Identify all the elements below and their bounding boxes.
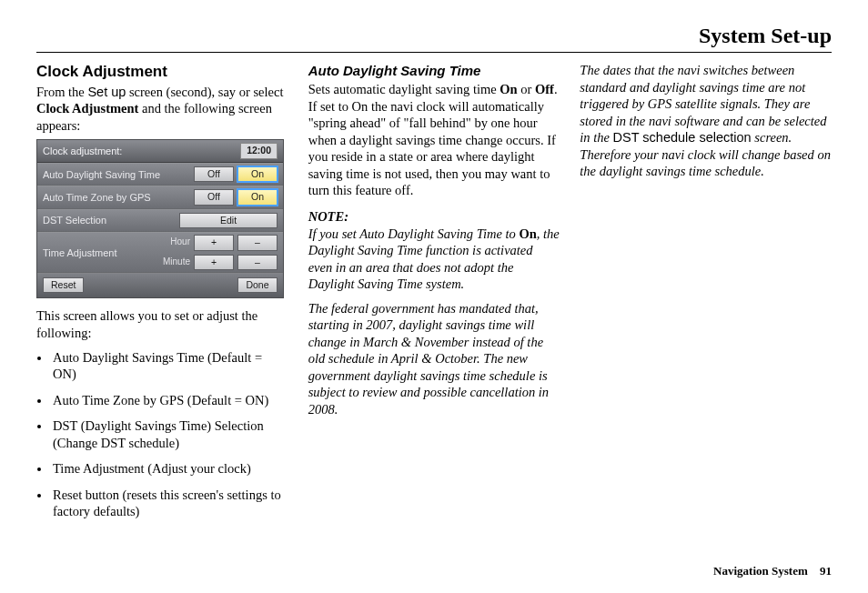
body-text: . If set to On the navi clock will autom…	[308, 82, 558, 197]
column-2: Auto Daylight Saving Time Sets automatic…	[308, 62, 560, 529]
body-text: Sets automatic daylight saving time	[308, 82, 500, 96]
device-screenshot: Clock adjustment: 12:00 Auto Daylight Sa…	[36, 139, 284, 298]
device-row-atz: Auto Time Zone by GPS Off On	[37, 186, 283, 208]
content-columns: Clock Adjustment From the Set up screen …	[36, 62, 832, 529]
note-heading: NOTE:	[308, 208, 560, 226]
clock-adjustment-heading: Clock Adjustment	[36, 62, 288, 82]
adst-off-button[interactable]: Off	[194, 166, 234, 182]
reset-button[interactable]: Reset	[43, 277, 84, 293]
list-item: Auto Daylight Savings Time (Default = ON…	[51, 349, 288, 383]
page-footer: Navigation System 91	[713, 564, 832, 578]
device-row-dst: DST Selection Edit	[37, 209, 283, 232]
off-bold: Off	[535, 82, 554, 96]
note-paragraph-1: If you set Auto Daylight Saving Time to …	[308, 226, 560, 293]
list-item: Auto Time Zone by GPS (Default = ON)	[51, 392, 288, 409]
adst-heading: Auto Daylight Saving Time	[308, 62, 560, 79]
on-bold: On	[519, 226, 536, 241]
setup-word: Set up	[87, 85, 126, 99]
after-device-text: This screen allows you to set or adjust …	[36, 307, 288, 341]
device-row-adst: Auto Daylight Saving Time Off On	[37, 163, 283, 186]
hour-minus-button[interactable]: –	[237, 235, 278, 250]
header-rule	[36, 52, 832, 53]
device-title: Clock adjustment:	[43, 145, 122, 157]
adst-on-button[interactable]: On	[237, 166, 278, 182]
dst-edit-button[interactable]: Edit	[179, 213, 278, 228]
device-titlebar: Clock adjustment: 12:00	[37, 140, 283, 162]
on-bold: On	[500, 82, 517, 96]
list-item: Time Adjustment (Adjust your clock)	[51, 460, 288, 477]
device-clock: 12:00	[240, 143, 278, 158]
footer-label: Navigation System	[713, 564, 808, 578]
minute-label: Minute	[148, 256, 190, 268]
body-text: or	[518, 82, 535, 96]
dst-schedule-selection: DST schedule selection	[613, 130, 752, 145]
done-button[interactable]: Done	[237, 277, 278, 293]
minute-plus-button[interactable]: +	[194, 255, 234, 270]
column-3: The dates that the navi switches between…	[580, 62, 832, 529]
page-number: 91	[820, 564, 832, 578]
atz-off-button[interactable]: Off	[194, 189, 234, 205]
intro-paragraph: From the Set up screen (second), say or …	[36, 84, 288, 135]
device-ta-label: Time Adjustment	[43, 246, 117, 259]
hour-label: Hour	[148, 236, 190, 248]
body-text: If you set Auto Daylight Saving Time to	[308, 226, 520, 241]
col3-paragraph: The dates that the navi switches between…	[580, 62, 832, 180]
device-footer: Reset Done	[37, 273, 283, 297]
device-adst-label: Auto Daylight Saving Time	[43, 168, 194, 181]
device-dst-label: DST Selection	[43, 214, 179, 226]
column-1: Clock Adjustment From the Set up screen …	[36, 62, 288, 529]
atz-on-button[interactable]: On	[237, 189, 278, 205]
list-item: Reset button (resets this screen's setti…	[51, 487, 288, 520]
device-atz-label: Auto Time Zone by GPS	[43, 191, 194, 204]
minute-minus-button[interactable]: –	[237, 255, 278, 270]
device-row-time-adjust: Time Adjustment Hour + – Minute + –	[37, 232, 283, 273]
note-paragraph-2: The federal government has mandated that…	[308, 300, 560, 418]
clock-adjustment-bold: Clock Adjustment	[36, 101, 138, 116]
hour-plus-button[interactable]: +	[194, 235, 234, 250]
list-item: DST (Daylight Savings Time) Selection (C…	[51, 417, 288, 451]
bullet-list: Auto Daylight Savings Time (Default = ON…	[36, 349, 288, 520]
intro-text: From the	[36, 85, 87, 99]
page-title: System Set-up	[36, 24, 832, 52]
adst-paragraph: Sets automatic daylight saving time On o…	[308, 81, 560, 199]
intro-text: screen (second), say or select	[126, 85, 283, 99]
